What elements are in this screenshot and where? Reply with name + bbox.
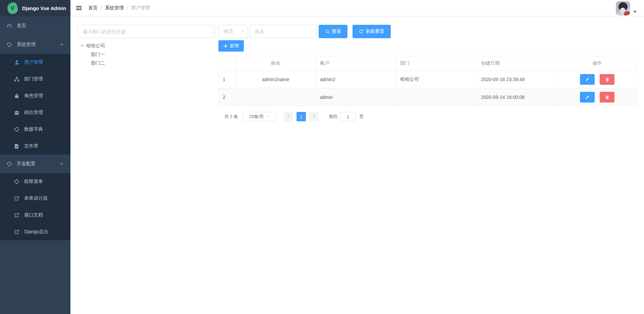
goto-page-input[interactable] [340,112,356,121]
tree-node-child[interactable]: 部门二 [77,59,215,68]
tree-expand-caret-icon[interactable] [80,45,84,47]
search-button[interactable]: 搜索 [319,25,347,38]
column-header-account: 账户 [317,56,397,71]
external-link-icon [14,229,19,235]
breadcrumb-system-mgmt[interactable]: 系统管理 [105,5,124,11]
page-unit-label: 页 [359,114,364,120]
next-arrow-icon [312,114,316,119]
search-button-label: 搜索 [332,28,341,35]
delete-button[interactable] [600,74,614,85]
sidebar-item-data-dict[interactable]: 数据字典 [0,121,70,138]
sidebar-item-dev-config[interactable]: 开发配置 [0,154,70,173]
edit-button[interactable] [580,92,595,103]
pagination: 共 2 条 20条/页 1 [218,112,637,121]
sidebar-item-django-admin[interactable]: Django后台 [0,224,70,240]
user-area [616,1,637,15]
sidebar-menu: 首页 系统管理 用户管理 [0,16,70,240]
sidebar-item-label: 开发配置 [17,161,36,167]
status-select-placeholder: 状态 [224,28,233,35]
hamburger-collapse-icon[interactable] [70,5,85,11]
column-header-actions: 操作 [557,56,637,71]
dept-tree: 哈哈公司 部门一 部门二 [77,42,215,68]
table-header-row: 姓名 账户 部门 创建日期 操作 [219,56,637,71]
submenu-dev: 权限菜单 表单设计器 接口文档 [0,173,70,240]
sidebar-item-label: 部门管理 [24,76,43,82]
name-filter-input[interactable] [250,25,317,38]
prev-page-button[interactable] [283,112,293,121]
cell-index: 1 [219,71,235,88]
status-select[interactable]: 状态 [218,25,248,38]
cell-account: admin [317,88,397,106]
edit-pencil-icon [585,95,589,100]
dept-filter-input[interactable] [77,25,215,38]
app-title: Django Vue Admin [22,6,66,11]
sidebar-item-post-mgmt[interactable]: 岗位管理 [0,104,70,121]
caret-down-icon[interactable] [633,8,637,14]
column-header-name: 姓名 [235,56,317,71]
chevron-up-icon [60,162,64,166]
lifebuoy-icon [14,127,19,132]
sidebar-item-system-mgmt[interactable]: 系统管理 [0,35,70,54]
sidebar-item-label: 数据字典 [24,126,43,132]
edit-pencil-icon [585,77,589,82]
cell-dept [397,88,478,106]
breadcrumb-separator: / [101,5,102,11]
user-avatar[interactable] [616,1,630,15]
sidebar-item-dept-mgmt[interactable]: 部门管理 [0,71,70,87]
app-root: V Django Vue Admin 首页 系统管理 [0,0,644,314]
sidebar-item-label: 用户管理 [24,59,43,65]
next-page-button[interactable] [309,112,319,121]
vue-logo-icon: V [7,2,18,14]
tree-node-label: 哈哈公司 [86,43,105,49]
page-content: 哈哈公司 部门一 部门二 状态 [70,16,644,314]
sidebar-item-perm-menu[interactable]: 权限菜单 [0,173,70,190]
refresh-reset-button[interactable]: 刷新重置 [353,25,391,38]
sidebar-item-api-docs[interactable]: 接口文档 [0,207,70,224]
dept-panel: 哈哈公司 部门一 部门二 [77,25,215,314]
pagination-total: 共 2 条 [224,114,238,120]
breadcrumb-home[interactable]: 首页 [88,5,98,11]
cell-name [235,88,317,106]
user-panel: 状态 搜索 [218,25,637,314]
tree-node-label: 部门二 [91,60,105,66]
sidebar-item-user-mgmt[interactable]: 用户管理 [0,54,70,71]
sidebar-item-label: 文件库 [24,143,38,149]
sidebar-item-home[interactable]: 首页 [0,16,70,35]
column-header-index [219,56,235,71]
delete-trash-icon [605,95,609,100]
sidebar-item-label: 表单设计器 [24,195,48,201]
column-header-created: 创建日期 [478,56,557,71]
prev-arrow-icon [286,114,290,119]
lock-icon [14,93,19,99]
sidebar-item-label: 角色管理 [24,93,43,99]
tree-node-label: 部门一 [91,52,105,58]
sidebar-item-label: 权限菜单 [24,179,43,185]
sidebar-item-file-library[interactable]: 文件库 [0,138,70,154]
page-number-button[interactable]: 1 [297,112,306,121]
cell-actions [557,71,637,88]
delete-button[interactable] [600,92,614,103]
sidebar-item-label: 系统管理 [17,42,36,48]
column-header-dept: 部门 [397,56,478,71]
submenu-system: 用户管理 部门管理 角色管理 [0,54,70,154]
page-size-select[interactable]: 20条/页 [243,112,276,121]
refresh-icon [359,29,364,34]
tree-node-child[interactable]: 部门一 [77,50,215,59]
page-size-value: 20条/页 [249,114,264,120]
users-table: 姓名 账户 部门 创建日期 操作 1 admin2name admin2 哈哈公 [218,56,637,106]
sidebar-item-form-designer[interactable]: 表单设计器 [0,190,70,207]
external-link-icon [14,212,19,218]
tree-node-root[interactable]: 哈哈公司 [77,42,215,50]
edit-button[interactable] [580,74,595,85]
user-icon [14,60,19,65]
briefcase-icon [14,110,19,115]
sidebar-item-role-mgmt[interactable]: 角色管理 [0,87,70,104]
chevron-down-icon [240,29,245,34]
document-icon [14,143,19,149]
add-user-button[interactable]: 新增 [218,40,244,52]
breadcrumb-current-page: 用户管理 [131,5,150,11]
chevron-up-icon [60,43,64,47]
breadcrumb: 首页 / 系统管理 / 用户管理 [88,5,153,11]
cell-actions [557,88,637,106]
table-row: 2 admin 2020-05-14 18:00:08 [219,88,637,106]
